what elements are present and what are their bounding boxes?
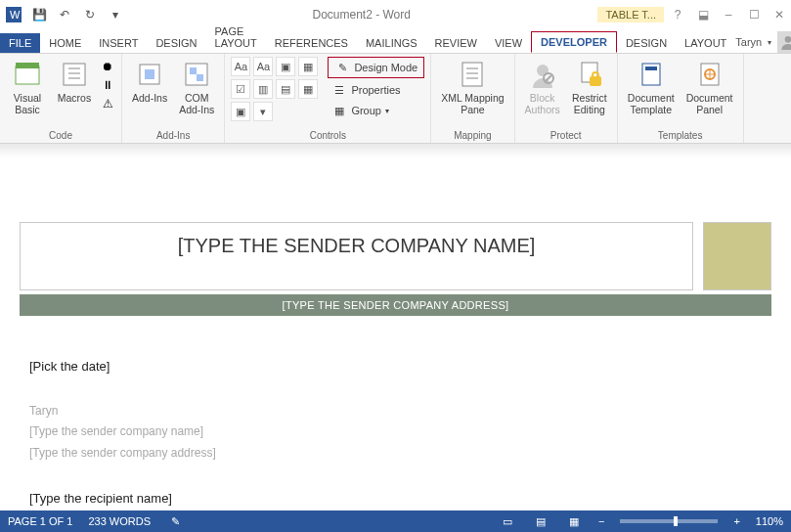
group-icon: ▦	[331, 103, 347, 118]
doc-title: Document2 - Word	[125, 8, 597, 22]
table-tools-context[interactable]: TABLE T...	[597, 7, 664, 22]
svg-rect-7	[145, 69, 154, 79]
rich-text-control-icon[interactable]: Aa	[231, 57, 250, 76]
macros-icon	[59, 59, 90, 90]
combobox-control-icon[interactable]: ▥	[253, 79, 273, 99]
read-mode-icon[interactable]: ▭	[499, 512, 516, 530]
checkbox-control-icon[interactable]: ☑	[231, 79, 250, 99]
svg-text:W: W	[10, 9, 21, 21]
status-bar: PAGE 1 OF 1 233 WORDS ✎ ▭ ▤ ▦ − + 110%	[0, 510, 791, 532]
document-page: [TYPE THE SENDER COMPANY NAME] [TYPE THE…	[0, 163, 791, 510]
visual-basic-icon	[12, 59, 43, 90]
print-layout-icon[interactable]: ▤	[532, 512, 549, 530]
plain-text-control-icon[interactable]: Aa	[253, 57, 273, 76]
group-label-mapping: Mapping	[437, 128, 507, 141]
save-icon[interactable]: 💾	[29, 5, 49, 24]
group-controls-button[interactable]: ▦ Group ▾	[328, 102, 424, 119]
page-indicator[interactable]: PAGE 1 OF 1	[8, 515, 72, 527]
zoom-slider[interactable]	[620, 519, 718, 523]
word-count[interactable]: 233 WORDS	[88, 515, 151, 527]
group-label-addins: Add-Ins	[128, 128, 218, 141]
sender-name[interactable]: Taryn	[29, 401, 781, 422]
tab-developer[interactable]: DEVELOPER	[531, 31, 617, 53]
document-panel-button[interactable]: Document Panel	[682, 57, 737, 117]
zoom-in-icon[interactable]: +	[733, 515, 739, 527]
tab-review[interactable]: REVIEW	[426, 33, 486, 53]
svg-rect-4	[16, 63, 39, 68]
close-icon[interactable]: ✕	[771, 8, 787, 22]
datepicker-control-icon[interactable]: ▦	[298, 79, 318, 99]
svg-rect-19	[645, 66, 657, 70]
group-label-templates: Templates	[624, 128, 737, 141]
tab-insert[interactable]: INSERT	[90, 33, 147, 53]
svg-line-14	[546, 75, 551, 81]
restrict-editing-button[interactable]: Restrict Editing	[568, 57, 611, 117]
recipient-name-placeholder[interactable]: [Type the recipient name]	[29, 487, 781, 510]
ribbon-tabs: FILE HOME INSERT DESIGN PAGE LAYOUT REFE…	[0, 29, 791, 54]
titlebar: W 💾 ↶ ↻ ▾ Document2 - Word TABLE T... ? …	[0, 0, 791, 29]
undo-icon[interactable]: ↶	[55, 5, 74, 24]
restrict-editing-icon	[574, 59, 605, 90]
proofing-icon[interactable]: ✎	[166, 512, 184, 530]
com-addins-button[interactable]: COM Add-Ins	[175, 57, 218, 117]
tab-design[interactable]: DESIGN	[147, 33, 205, 53]
design-mode-icon: ✎	[334, 60, 350, 75]
xml-mapping-button[interactable]: XML Mapping Pane	[437, 57, 507, 117]
record-macro-icon[interactable]: ⏺	[100, 59, 115, 74]
tab-mailings[interactable]: MAILINGS	[357, 33, 426, 53]
legacy-tools-icon[interactable]: ▾	[253, 102, 273, 121]
tab-layout[interactable]: LAYOUT	[676, 33, 735, 53]
com-addins-icon	[181, 59, 212, 90]
sender-company-placeholder[interactable]: [Type the sender company name]	[29, 421, 781, 443]
addins-button[interactable]: Add-Ins	[128, 57, 171, 106]
user-name: Taryn	[735, 36, 762, 48]
svg-rect-11	[462, 63, 482, 86]
tab-design-2[interactable]: DESIGN	[617, 33, 676, 53]
macro-security-icon[interactable]: ⚠	[100, 96, 115, 111]
group-addins: Add-Ins COM Add-Ins Add-Ins	[122, 54, 225, 143]
company-name-placeholder[interactable]: [TYPE THE SENDER COMPANY NAME]	[178, 235, 536, 256]
window-buttons: ? ⬓ – ☐ ✕	[670, 8, 787, 22]
quick-access-toolbar: W 💾 ↶ ↻ ▾	[4, 5, 125, 24]
block-authors-icon	[527, 59, 558, 90]
web-layout-icon[interactable]: ▦	[565, 512, 583, 530]
xml-mapping-icon	[457, 59, 488, 90]
svg-rect-10	[197, 74, 203, 81]
tab-home[interactable]: HOME	[40, 33, 90, 53]
block-authors-button: Block Authors	[521, 57, 564, 117]
group-label-protect: Protect	[521, 128, 611, 141]
design-mode-button[interactable]: ✎ Design Mode	[328, 57, 424, 78]
picture-control-icon[interactable]: ▣	[276, 57, 295, 76]
maximize-icon[interactable]: ☐	[746, 8, 762, 22]
user-account[interactable]: Taryn ▾	[735, 31, 791, 53]
svg-rect-5	[64, 64, 85, 85]
sender-address-placeholder[interactable]: [Type the sender company address]	[29, 443, 781, 465]
zoom-value[interactable]: 110%	[756, 515, 783, 527]
group-mapping: XML Mapping Pane Mapping	[431, 54, 514, 143]
svg-point-2	[785, 36, 791, 43]
visual-basic-button[interactable]: Visual Basic	[6, 57, 49, 117]
tab-page-layout[interactable]: PAGE LAYOUT	[206, 22, 266, 53]
dropdown-control-icon[interactable]: ▤	[276, 79, 295, 99]
group-protect: Block Authors Restrict Editing Protect	[515, 54, 618, 143]
tab-references[interactable]: REFERENCES	[266, 33, 357, 53]
help-icon[interactable]: ?	[670, 8, 685, 22]
redo-icon[interactable]: ↻	[80, 5, 100, 24]
minimize-icon[interactable]: –	[721, 8, 736, 22]
repeating-control-icon[interactable]: ▣	[231, 102, 250, 121]
properties-button[interactable]: ☰ Properties	[328, 81, 424, 99]
pause-macro-icon[interactable]: ⏸	[100, 77, 115, 93]
tab-file[interactable]: FILE	[0, 33, 40, 53]
document-area[interactable]: [TYPE THE SENDER COMPANY NAME] [TYPE THE…	[0, 144, 791, 510]
control-gallery: Aa Aa ▣ ▦ ☑ ▥ ▤ ▦ ▣ ▾	[231, 57, 318, 121]
company-address-placeholder[interactable]: [TYPE THE SENDER COMPANY ADDRESS]	[283, 299, 509, 311]
date-placeholder[interactable]: [Pick the date]	[29, 355, 781, 377]
tab-view[interactable]: VIEW	[486, 33, 531, 53]
qat-customize-icon[interactable]: ▾	[106, 5, 125, 24]
document-template-button[interactable]: Document Template	[624, 57, 679, 117]
zoom-out-icon[interactable]: −	[598, 515, 604, 527]
building-block-control-icon[interactable]: ▦	[298, 57, 318, 76]
logo-placeholder[interactable]	[703, 222, 771, 290]
ribbon-display-icon[interactable]: ⬓	[695, 8, 711, 22]
macros-button[interactable]: Macros	[53, 57, 96, 106]
